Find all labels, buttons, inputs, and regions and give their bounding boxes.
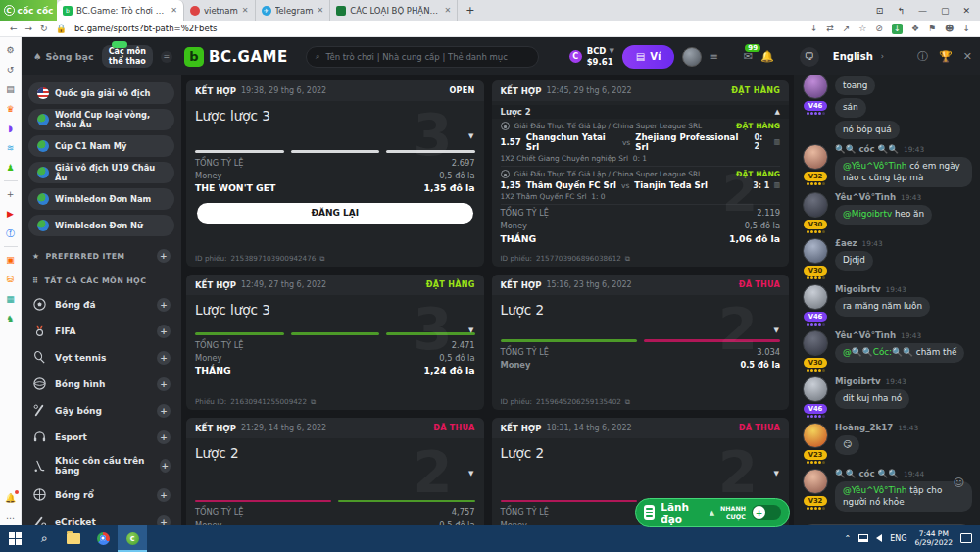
back-icon[interactable]: ← — [10, 24, 18, 33]
plus-icon[interactable]: + — [157, 298, 171, 312]
balance-selector[interactable]: C BCD▼$9.61 — [569, 46, 614, 66]
reload-icon[interactable]: ↻ — [40, 24, 48, 33]
news-icon[interactable]: ≋ — [4, 141, 18, 155]
avatar[interactable] — [803, 423, 828, 448]
tab-search-icon[interactable]: ⊡ — [876, 6, 884, 16]
mention[interactable]: @Yêu^Vô°Tình — [843, 161, 906, 171]
plus-icon[interactable]: + — [157, 377, 171, 391]
url-text[interactable]: bc.game/sports?bt-path=%2Fbets — [74, 24, 218, 33]
profile-icon[interactable]: ☻ — [945, 24, 954, 33]
sidebar-item-sport[interactable]: Bóng rổ+ — [28, 481, 174, 508]
browser-tab[interactable]: bBC.Game: Trò chơi sòng bạc✕ — [57, 0, 184, 21]
sidebar-item-sport[interactable]: Vợt tennis+ — [28, 344, 174, 371]
copy-icon[interactable]: ⧉ — [625, 254, 630, 263]
collapse-nav-icon[interactable]: = — [161, 51, 172, 63]
expand-caret-icon[interactable]: ▼ — [468, 470, 473, 477]
chat-rules-info-icon[interactable]: ⓘ — [917, 49, 928, 64]
mention[interactable]: @🔍🔍Cóc:🔍🔍 — [843, 347, 913, 357]
more-options-icon[interactable]: ⋯ — [4, 511, 18, 525]
calendar-icon[interactable]: ▦ — [4, 292, 18, 306]
sidebar-item-sport[interactable]: Khúc côn cầu trên băng+ — [28, 450, 174, 481]
bcgame-logo[interactable]: bBC.GAME — [184, 47, 288, 67]
user-menu-icon[interactable]: ≡ — [710, 51, 717, 62]
avatar[interactable] — [803, 192, 828, 218]
close-chat-icon[interactable]: ✕ — [963, 50, 972, 63]
plus-icon[interactable]: + — [157, 404, 171, 418]
username[interactable]: £aez — [835, 238, 858, 248]
tray-expand-icon[interactable]: ⌃ — [845, 534, 852, 543]
mention[interactable]: @Yêu^Vô°Tình — [843, 485, 906, 495]
plus-icon[interactable]: + — [157, 351, 171, 365]
facebook-icon[interactable]: ⓕ — [4, 226, 18, 240]
copy-icon[interactable]: ⧉ — [625, 397, 630, 406]
close-window-icon[interactable]: ✕ — [962, 6, 970, 16]
username[interactable]: Migoibrtv — [835, 376, 881, 386]
avatar[interactable] — [803, 75, 828, 99]
close-tab-icon[interactable]: ✕ — [318, 6, 324, 15]
preferred-item-header[interactable]: ★PREFERRED ITEM+ — [28, 241, 174, 269]
minimize-window-icon[interactable]: — — [918, 6, 927, 16]
close-tab-icon[interactable]: ✕ — [445, 6, 452, 15]
username[interactable]: 🔍🔍 cóc 🔍🔍 — [835, 144, 899, 154]
adblock-icon[interactable]: ⊘ — [875, 24, 883, 33]
leaderboard-quickbet-pill[interactable]: Lãnh đạo ▲ NHANHCƯỢC + — [635, 498, 790, 527]
mail-icon[interactable]: ✉99 — [744, 50, 753, 63]
avatar[interactable] — [803, 330, 828, 356]
username[interactable]: 🔍🔍 cóc 🔍🔍 — [835, 469, 899, 478]
downloads-icon[interactable]: ↓ — [962, 24, 970, 33]
stats-icon[interactable]: ▥ — [773, 138, 780, 146]
notifications-bell-icon[interactable]: 🔔 — [4, 491, 18, 505]
avatar[interactable] — [803, 144, 828, 170]
emoji-icon[interactable]: ☺ — [954, 477, 964, 489]
save-page-icon[interactable]: ↧ — [810, 24, 818, 33]
rebet-button[interactable]: ĐĂNG LẠI — [197, 203, 473, 224]
avatar[interactable] — [803, 284, 828, 310]
plus-icon[interactable]: + — [157, 249, 171, 263]
nav-casino[interactable]: ♠Sòng bạc — [33, 51, 94, 62]
chat-language[interactable]: English — [833, 51, 873, 62]
sidebar-item-sport[interactable]: FIFA+ — [28, 318, 174, 344]
username[interactable]: Yêu^Vô°Tình — [835, 330, 896, 340]
mention[interactable]: @Migoibrtv — [843, 209, 892, 219]
expand-caret-icon[interactable]: ▼ — [774, 470, 779, 477]
youtube-icon[interactable]: ▶ — [4, 207, 18, 221]
search-bar[interactable]: ⌕Tên trò chơi | Nhà cung cấp | Thẻ danh … — [306, 46, 539, 68]
wallet-button[interactable]: ▤Ví — [622, 45, 675, 69]
bookmark-star-icon[interactable]: ☆ — [858, 24, 866, 33]
avatar[interactable] — [803, 469, 828, 494]
sidebar-item-sport[interactable]: Esport+ — [28, 424, 174, 450]
flag-icon[interactable]: ⚑ — [928, 24, 936, 33]
sidebar-item-sport[interactable]: Bóng đá+ — [28, 291, 174, 318]
reading-list-icon[interactable]: ▤ — [4, 82, 18, 96]
plus-icon[interactable]: + — [157, 488, 171, 502]
action-center-icon[interactable] — [960, 533, 972, 543]
copy-icon[interactable]: ⧉ — [311, 397, 316, 406]
browser-tab[interactable]: ✈Telegram✕ — [256, 0, 331, 21]
volume-icon[interactable] — [876, 534, 882, 542]
maximize-window-icon[interactable]: ▢ — [941, 6, 950, 16]
sidebar-item-league[interactable]: Quốc gia giải vô địch — [28, 82, 174, 104]
username[interactable]: Hoàng_2k17 — [835, 423, 893, 432]
cart-icon[interactable]: ⛁ — [4, 273, 18, 286]
chrome-icon[interactable] — [88, 525, 118, 552]
sidebar-item-league[interactable]: Giải vô địch U19 Châu Âu — [28, 162, 174, 183]
new-tab-button[interactable]: + — [458, 0, 482, 21]
forward-icon[interactable]: → — [25, 24, 33, 33]
browser-tab[interactable]: vietnam✕ — [184, 0, 256, 21]
sidebar-item-sport[interactable]: Bóng hình+ — [28, 371, 174, 397]
trophy-icon[interactable]: 🏆 — [939, 50, 953, 63]
bell-icon[interactable]: 🔔 — [760, 50, 774, 63]
sidebar-item-league[interactable]: Wimbledon Đơn Nữ — [28, 215, 174, 236]
start-button[interactable] — [0, 525, 29, 552]
restore-last-tab-icon[interactable]: ↰ — [897, 6, 905, 16]
share-icon[interactable]: ↗ — [843, 24, 851, 33]
chat-toggle-icon[interactable]: 🗨 — [800, 47, 819, 67]
plus-icon[interactable]: + — [157, 430, 171, 444]
shopee-icon[interactable]: ▣ — [4, 253, 18, 267]
history-icon[interactable]: ↺ — [4, 63, 18, 76]
coccoc-menu-button[interactable]: Ccốc cốc — [0, 0, 57, 21]
extensions-icon[interactable]: ❖ — [911, 24, 919, 33]
plus-icon[interactable]: + — [160, 459, 171, 473]
username[interactable]: Yêu^Vô°Tình — [835, 192, 896, 202]
chevron-right-icon[interactable]: › — [881, 52, 884, 61]
